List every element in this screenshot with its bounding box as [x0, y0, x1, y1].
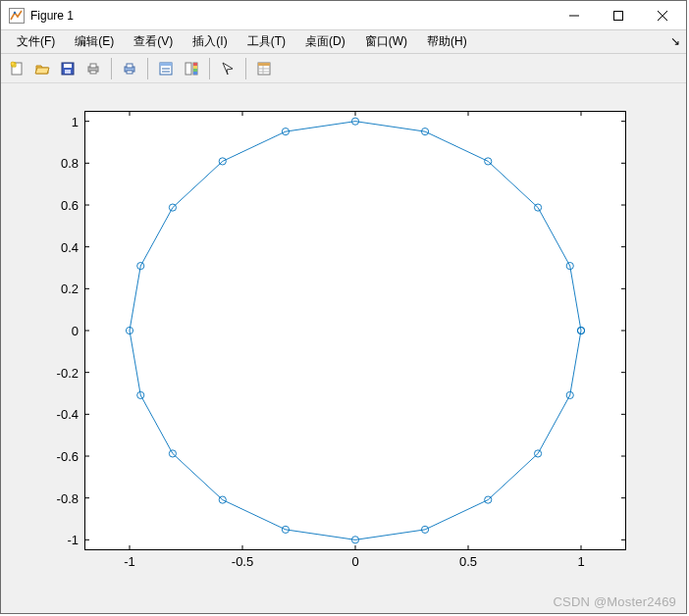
svg-rect-29 — [258, 63, 270, 66]
dock-arrow-icon[interactable]: ↘ — [670, 34, 680, 48]
svg-rect-16 — [127, 64, 132, 68]
property-inspector-button[interactable] — [252, 57, 276, 80]
y-tick-label: -0.4 — [57, 407, 79, 422]
svg-rect-3 — [613, 11, 622, 20]
svg-rect-26 — [193, 69, 197, 72]
close-button[interactable] — [640, 1, 684, 29]
svg-rect-14 — [90, 71, 96, 74]
minimize-button[interactable] — [552, 1, 596, 29]
edit-plot-button[interactable] — [216, 57, 239, 80]
svg-rect-11 — [65, 70, 71, 74]
x-tick-label: -0.5 — [232, 554, 253, 569]
y-tick-label: -1 — [67, 533, 79, 547]
svg-rect-17 — [127, 71, 132, 74]
matlab-figure-icon — [9, 8, 25, 24]
svg-point-1 — [14, 11, 16, 13]
save-button[interactable] — [56, 57, 80, 80]
svg-rect-24 — [193, 63, 197, 66]
menu-edit[interactable]: 编辑(E) — [65, 30, 124, 53]
toolbar-separator — [111, 58, 112, 79]
watermark: CSDN @Moster2469 — [554, 594, 677, 609]
y-tick-label: 0.6 — [61, 198, 79, 213]
menu-tools[interactable]: 工具(T) — [238, 30, 295, 53]
figure-window: Figure 1 文件(F) 编辑(E) 查看(V) 插入(I) 工具(T) 桌… — [0, 0, 687, 614]
new-figure-button[interactable] — [5, 57, 28, 80]
svg-rect-22 — [186, 63, 191, 75]
maximize-button[interactable] — [596, 1, 640, 29]
insert-colorbar-button[interactable] — [180, 57, 203, 80]
y-tick-label: -0.8 — [57, 490, 79, 505]
link-plot-button[interactable] — [154, 57, 178, 80]
toolbar-separator — [245, 58, 246, 79]
y-tick-label: 0.8 — [61, 156, 79, 171]
y-tick-label: 0 — [72, 324, 79, 338]
titlebar: Figure 1 — [1, 1, 686, 30]
svg-rect-27 — [193, 72, 197, 75]
svg-rect-10 — [64, 64, 72, 68]
y-tick-label: -0.6 — [57, 449, 79, 464]
toolbar-separator — [147, 58, 148, 79]
y-tick-label: -0.2 — [57, 365, 79, 380]
menu-view[interactable]: 查看(V) — [124, 30, 183, 53]
x-tick-label: 1 — [577, 554, 584, 569]
window-title: Figure 1 — [30, 9, 552, 23]
toolbar-separator — [209, 58, 210, 79]
print-button[interactable] — [81, 57, 105, 80]
y-tick-label: 1 — [72, 114, 79, 128]
toolbar — [1, 54, 686, 83]
svg-rect-19 — [160, 63, 172, 66]
svg-point-8 — [11, 62, 15, 66]
menu-desktop[interactable]: 桌面(D) — [295, 30, 355, 53]
open-button[interactable] — [30, 57, 54, 80]
y-tick-label: 0.4 — [61, 239, 79, 254]
figure-area[interactable]: -1-0.500.51-1-0.8-0.6-0.4-0.200.20.40.60… — [1, 83, 686, 613]
menu-window[interactable]: 窗口(W) — [355, 30, 417, 53]
y-tick-label: 0.2 — [61, 282, 79, 296]
svg-rect-13 — [90, 64, 96, 68]
menu-file[interactable]: 文件(F) — [7, 30, 65, 53]
menu-help[interactable]: 帮助(H) — [417, 30, 477, 53]
x-tick-label: -1 — [124, 554, 135, 569]
plot-canvas — [1, 83, 686, 613]
x-tick-label: 0.5 — [459, 554, 477, 569]
print-preview-button[interactable] — [118, 57, 141, 80]
menubar: 文件(F) 编辑(E) 查看(V) 插入(I) 工具(T) 桌面(D) 窗口(W… — [1, 30, 686, 54]
x-tick-label: 0 — [351, 554, 358, 569]
svg-rect-25 — [193, 66, 197, 69]
menu-insert[interactable]: 插入(I) — [183, 30, 237, 53]
